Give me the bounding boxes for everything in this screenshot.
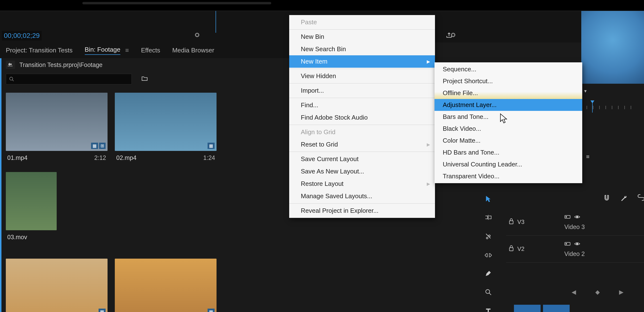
playhead[interactable] xyxy=(216,11,216,33)
menu-save-layout[interactable]: Save Current Layout xyxy=(289,153,435,165)
svg-point-10 xyxy=(566,243,567,244)
svg-point-7 xyxy=(576,216,578,218)
clip-badge: ▦ xyxy=(208,143,214,149)
clip-thumbnail xyxy=(6,172,57,230)
menu-find-stock[interactable]: Find Adobe Stock Audio xyxy=(289,111,435,124)
address-bar xyxy=(82,2,271,4)
menu-new-item-label: New Item xyxy=(301,58,328,65)
marker-nav: ◀ ◆ ▶ xyxy=(572,289,624,295)
menu-restore-layout[interactable]: Restore Layout ▶ xyxy=(289,178,435,190)
tab-effects[interactable]: Effects xyxy=(141,47,160,54)
slip-tool-icon[interactable] xyxy=(484,251,492,260)
tab-bin[interactable]: Bin: Footage xyxy=(85,46,120,55)
tab-project[interactable]: Project: Transition Tests xyxy=(6,47,73,54)
submenu-bars-tone[interactable]: Bars and Tone... xyxy=(434,111,582,123)
video-badge-icon: ▦ xyxy=(98,308,106,312)
eye-icon[interactable] xyxy=(574,214,580,221)
track-v2[interactable]: V2 Video 2 xyxy=(506,236,644,262)
menu-view-hidden[interactable]: View Hidden xyxy=(289,70,435,82)
program-monitor-preview xyxy=(581,11,644,84)
timeline-ruler[interactable] xyxy=(584,104,644,111)
new-bin-icon[interactable] xyxy=(139,74,150,84)
svg-point-6 xyxy=(566,216,567,217)
menu-manage-layouts[interactable]: Manage Saved Layouts... xyxy=(289,190,435,202)
submenu-counting-leader[interactable]: Universal Counting Leader... xyxy=(434,159,582,170)
sequence-tabs[interactable]: ≡ xyxy=(586,153,590,160)
sequence-menu-icon[interactable]: ≡ xyxy=(586,153,590,160)
in-point-handle[interactable] xyxy=(195,33,199,37)
prev-marker-icon[interactable]: ◀ xyxy=(572,289,576,295)
menu-find[interactable]: Find... xyxy=(289,99,435,111)
selection-tool-icon[interactable] xyxy=(485,195,492,204)
menu-new-search-bin[interactable]: New Search Bin xyxy=(289,43,435,55)
context-menu: Paste New Bin New Search Bin New Item ▶ … xyxy=(289,15,435,218)
zoom-tool-icon[interactable] xyxy=(485,288,492,297)
lock-icon[interactable] xyxy=(508,218,514,226)
app-topbar xyxy=(0,0,644,11)
submenu-arrow-icon: ▶ xyxy=(427,181,430,187)
ripple-edit-tool-icon[interactable] xyxy=(485,214,492,223)
export-frame-icon[interactable] xyxy=(446,32,452,41)
clip-thumbnail: ▦ xyxy=(6,259,108,312)
menu-new-item[interactable]: New Item ▶ xyxy=(289,55,435,68)
add-marker-icon[interactable]: ◆ xyxy=(595,289,600,295)
clip-name: 01.mp4 xyxy=(7,154,27,161)
svg-rect-8 xyxy=(509,248,513,251)
menu-reveal-explorer[interactable]: Reveal Project in Explorer... xyxy=(289,205,435,217)
next-marker-icon[interactable]: ▶ xyxy=(619,289,624,295)
clip-item[interactable]: 03.mov xyxy=(6,172,108,244)
video-badge-icon: ▦ xyxy=(208,308,214,312)
tab-media-browser[interactable]: Media Browser xyxy=(172,47,214,54)
clip-name: 03.mov xyxy=(7,234,27,241)
timeline-playhead[interactable] xyxy=(592,103,593,113)
clip-item[interactable]: ▦ 02.mp4 1:24 xyxy=(115,93,216,165)
toggle-output-icon[interactable] xyxy=(564,240,570,248)
timeline-clip[interactable] xyxy=(514,305,540,312)
submenu-sequence[interactable]: Sequence... xyxy=(434,63,582,75)
project-panel: Project: Transition Tests Bin: Footage ≡… xyxy=(0,43,290,312)
panel-tabs: Project: Transition Tests Bin: Footage ≡… xyxy=(0,43,290,58)
search-input[interactable] xyxy=(6,74,132,84)
menu-paste[interactable]: Paste xyxy=(289,16,435,28)
toggle-output-icon[interactable] xyxy=(564,214,570,221)
eye-icon[interactable] xyxy=(574,240,580,248)
menu-import[interactable]: Import... xyxy=(289,84,435,97)
pen-tool-icon[interactable] xyxy=(485,270,492,279)
submenu-adjustment-layer[interactable]: Adjustment Layer... xyxy=(434,99,582,111)
svg-point-0 xyxy=(10,77,13,80)
clip-duration: 1:24 xyxy=(203,154,215,161)
menu-separator xyxy=(289,125,435,125)
breadcrumb-row: Transition Tests.prproj\Footage xyxy=(0,58,290,71)
timecode-display[interactable]: 00;00;02;29 xyxy=(2,31,42,41)
clip-item[interactable]: ▦ 06.mov 2:10 xyxy=(6,259,108,312)
menu-align-grid[interactable]: Align to Grid xyxy=(289,126,435,138)
lock-icon[interactable] xyxy=(508,245,514,253)
video-badge-icon: ▦ xyxy=(208,143,214,149)
type-tool-icon[interactable] xyxy=(485,307,492,312)
submenu-black-video[interactable]: Black Video... xyxy=(434,123,582,135)
menu-separator xyxy=(289,152,435,152)
menu-separator xyxy=(289,69,435,69)
submenu-offline-file[interactable]: Offline File... xyxy=(434,87,582,99)
timeline-clip[interactable] xyxy=(543,305,570,312)
clip-item[interactable]: ▦⊞ 01.mp4 2:12 xyxy=(6,93,108,165)
back-icon[interactable] xyxy=(6,61,15,69)
panel-menu-icon[interactable]: ≡ xyxy=(125,47,129,54)
submenu-project-shortcut[interactable]: Project Shortcut... xyxy=(434,75,582,87)
submenu-hd-bars[interactable]: HD Bars and Tone... xyxy=(434,146,582,159)
submenu-transparent-video[interactable]: Transparent Video... xyxy=(434,170,582,182)
submenu-color-matte[interactable]: Color Matte... xyxy=(434,135,582,146)
menu-reset-grid-label: Reset to Grid xyxy=(301,141,338,148)
svg-rect-4 xyxy=(509,221,513,224)
svg-point-11 xyxy=(576,243,578,245)
menu-save-as-layout[interactable]: Save As New Layout... xyxy=(289,165,435,178)
menu-new-bin[interactable]: New Bin xyxy=(289,31,435,43)
zoom-dropdown-icon[interactable]: ▾ xyxy=(584,88,586,94)
clip-name: 02.mp4 xyxy=(116,154,136,161)
menu-reset-grid[interactable]: Reset to Grid ▶ xyxy=(289,138,435,151)
razor-tool-icon[interactable] xyxy=(485,232,492,241)
clip-item[interactable]: ▦ 07.mov 2;11 xyxy=(115,259,216,312)
track-v3[interactable]: V3 Video 3 xyxy=(506,209,644,235)
menu-separator xyxy=(289,203,435,204)
clip-badge: ▦ xyxy=(208,308,214,312)
